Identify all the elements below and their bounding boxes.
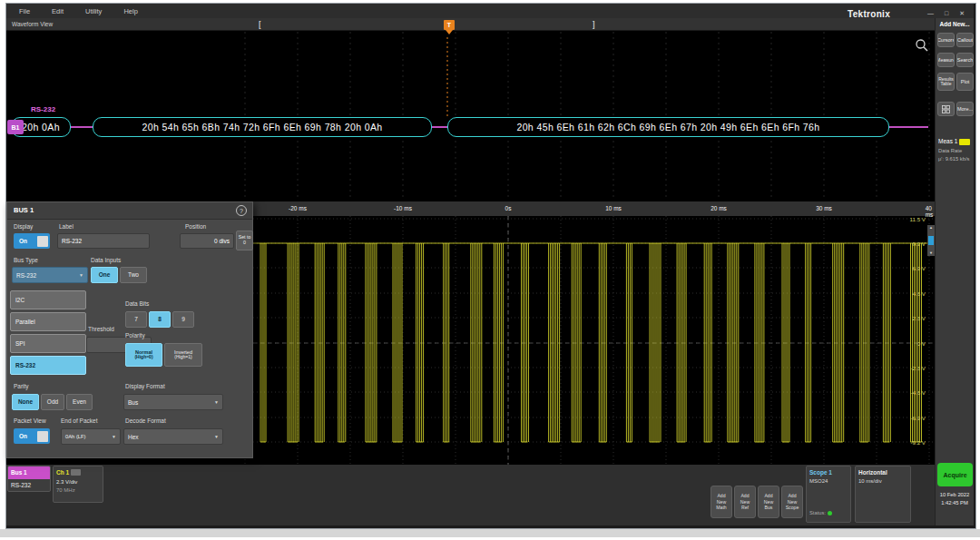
voltage-axis-label: -9.2 V	[910, 439, 926, 446]
acquire-button[interactable]: Acquire	[937, 463, 973, 486]
decode-format-dropdown[interactable]: Hex ▼	[123, 428, 223, 445]
bus-type-dropdown[interactable]: RS-232 ▼	[12, 267, 88, 283]
menu-file[interactable]: File	[19, 7, 30, 15]
ch1-scale: 2.3 V/div	[54, 478, 103, 486]
meas1-badge[interactable]: Meas 1	[938, 138, 957, 144]
parity-even-button[interactable]: Even	[66, 394, 93, 410]
voltage-axis-label: 4.6 V	[913, 290, 926, 297]
scroll-up-icon[interactable]: ▲	[929, 226, 933, 230]
add-new-bus-button[interactable]: Add New Bus	[758, 486, 779, 518]
voltage-axis-label: 9.2 V	[913, 241, 926, 247]
callout-button[interactable]: Callout	[956, 33, 974, 47]
ch1-badge[interactable]: Ch 1 2.3 V/div 70 MHz	[53, 466, 103, 503]
display-label: Display	[14, 223, 33, 230]
label-input[interactable]: RS-232	[57, 233, 150, 249]
parity-odd-button[interactable]: Odd	[41, 394, 64, 410]
bus1-badge-title: Bus 1	[8, 466, 50, 479]
zoom-glass-icon[interactable]	[915, 38, 929, 53]
data-inputs-two-button[interactable]: Two	[120, 267, 147, 283]
bus1-badge-value: RS-232	[8, 479, 50, 491]
data-inputs-one-button[interactable]: One	[91, 267, 118, 283]
overview-graticule	[6, 30, 935, 201]
bus-type-option-parallel[interactable]: Parallel	[10, 312, 86, 331]
meas1-value: μ': 9.615 kb/s	[938, 156, 969, 162]
time-axis-label: 0s	[505, 205, 512, 211]
bus-type-option-i2c[interactable]: I2C	[10, 290, 86, 309]
window-controls: — □ ✕	[927, 10, 965, 16]
data-bits-label: Data Bits	[125, 300, 149, 307]
maximize-button[interactable]: □	[945, 10, 948, 16]
voltage-axis-label: -6.9 V	[910, 415, 926, 421]
status-green-dot	[828, 511, 832, 515]
time-axis-label: 10 ms	[605, 205, 622, 211]
time-axis-label: -10 ms	[394, 205, 412, 211]
trigger-letter: T	[447, 22, 451, 28]
trigger-arrow-icon	[446, 30, 453, 34]
more-button[interactable]: More...	[956, 102, 974, 116]
bus-type-option-spi[interactable]: SPI	[10, 334, 86, 353]
polarity-inverted-button[interactable]: Inverted (High=1)	[164, 343, 202, 367]
scroll-thumb[interactable]	[928, 236, 934, 245]
menu-edit[interactable]: Edit	[52, 7, 64, 15]
scale-scrollbar[interactable]: ▲ ▼	[927, 225, 935, 256]
meas1-name: Data Rate	[938, 148, 962, 153]
add-new-ref-button[interactable]: Add New Ref	[734, 486, 756, 518]
end-of-packet-dropdown[interactable]: 0Ah (LF) ▼	[61, 428, 121, 445]
horizontal-panel[interactable]: Horizontal 10 ms/div	[855, 466, 911, 523]
zoom-bracket-left[interactable]: [	[259, 19, 261, 30]
bus1-badge[interactable]: Bus 1 RS-232	[7, 466, 51, 492]
bus1-config-dialog: BUS 1 ? Display Label Position On RS-232…	[6, 201, 253, 458]
data-bits-8-button[interactable]: 8	[149, 311, 171, 328]
voltage-axis-label: 0 V	[917, 340, 926, 347]
polarity-normal-button[interactable]: Normal (High=0)	[125, 343, 162, 367]
bus1-handle-badge[interactable]: B1	[7, 120, 24, 134]
ch1-badge-icon	[71, 469, 81, 476]
view-title: Waveform View	[6, 18, 935, 30]
bus-type-option-rs232[interactable]: RS-232	[10, 356, 86, 375]
bus-decode-packet: 20h 54h 65h 6Bh 74h 72h 6Fh 6Eh 69h 78h …	[93, 117, 432, 137]
right-sidebar: Add New... Cursors Callout Measure Searc…	[935, 18, 974, 525]
search-button[interactable]: Search	[956, 53, 974, 67]
add-new-math-button[interactable]: Add New Math	[710, 486, 732, 518]
cursors-button[interactable]: Cursors	[937, 33, 955, 47]
chevron-down-icon: ▼	[79, 272, 83, 278]
desktop-strip	[0, 529, 980, 537]
zoom-box-button[interactable]	[937, 102, 955, 116]
voltage-axis-label: 2.3 V	[913, 315, 926, 321]
trigger-marker[interactable]: T	[444, 20, 455, 30]
packet-view-toggle[interactable]: On	[14, 428, 50, 444]
add-new-header: Add New...	[936, 21, 974, 27]
results-table-button[interactable]: Results Table	[937, 73, 955, 91]
decode-format-label: Decode Format	[125, 417, 166, 424]
dialog-header[interactable]: BUS 1 ?	[7, 202, 252, 220]
ch1-bandwidth: 70 MHz	[54, 486, 103, 494]
bus-type-label: Bus Type	[14, 257, 38, 263]
scroll-down-icon[interactable]: ▼	[929, 251, 933, 255]
data-bits-9-button[interactable]: 9	[172, 311, 194, 328]
display-format-dropdown[interactable]: Bus ▼	[123, 394, 223, 410]
meas1-source-pill	[959, 139, 970, 145]
help-icon[interactable]: ?	[236, 205, 247, 216]
position-input[interactable]: 0 divs	[180, 233, 234, 249]
display-toggle[interactable]: On	[14, 233, 50, 249]
menu-help[interactable]: Help	[123, 7, 137, 15]
set-to-zero-button[interactable]: Set to 0	[236, 231, 253, 250]
scope1-panel[interactable]: Scope 1 MSO24 Status:	[806, 466, 851, 523]
polarity-label: Polarity	[125, 332, 145, 339]
data-inputs-label: Data Inputs	[91, 257, 121, 263]
plot-button[interactable]: Plot	[956, 73, 974, 91]
add-new-scope-button[interactable]: Add New Scope	[781, 486, 803, 518]
measure-button[interactable]: Measure	[937, 53, 955, 67]
parity-label: Parity	[14, 383, 29, 389]
polarity-normal-sub: (High=0)	[134, 355, 152, 360]
toggle-knob	[37, 236, 48, 247]
end-of-packet-label: End of Packet	[61, 417, 97, 424]
data-bits-7-button[interactable]: 7	[125, 311, 147, 328]
zoom-bracket-right[interactable]: ]	[593, 19, 595, 30]
scope1-model: MSO24	[809, 478, 848, 484]
dialog-title: BUS 1	[14, 206, 34, 214]
close-button[interactable]: ✕	[959, 10, 965, 16]
minimize-button[interactable]: —	[927, 10, 934, 16]
parity-none-button[interactable]: None	[12, 394, 39, 410]
menu-utility[interactable]: Utility	[85, 7, 102, 15]
